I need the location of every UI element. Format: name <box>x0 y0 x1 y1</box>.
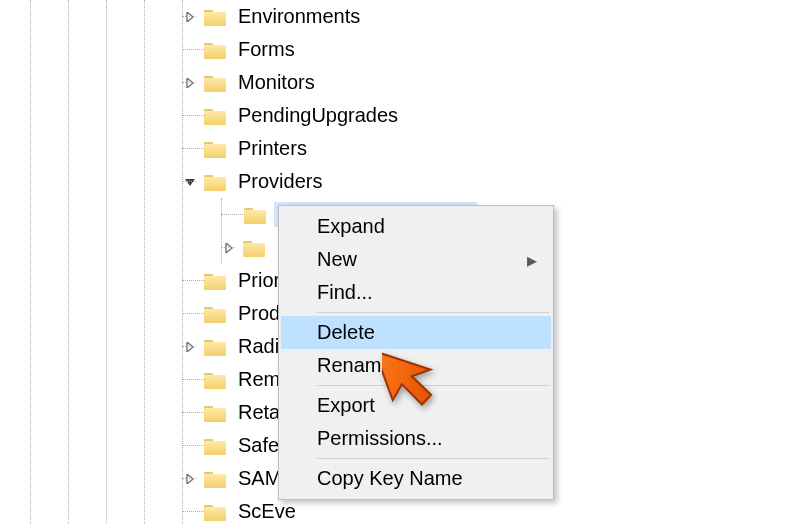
menu-separator <box>317 458 549 459</box>
menu-item-new[interactable]: New▸ <box>281 243 551 276</box>
folder-icon <box>204 305 226 323</box>
menu-separator <box>317 385 549 386</box>
folder-icon <box>204 272 226 290</box>
tree-item-environments[interactable]: Environments <box>0 0 790 33</box>
menu-label: Delete <box>317 321 375 344</box>
tree-label: Printers <box>234 136 311 161</box>
menu-item-export[interactable]: Export <box>281 389 551 422</box>
menu-label: Copy Key Name <box>317 467 463 490</box>
tree-label: ScEve <box>234 499 300 524</box>
folder-icon <box>204 371 226 389</box>
menu-item-expand[interactable]: Expand <box>281 210 551 243</box>
tree-item-providers[interactable]: Providers <box>0 165 790 198</box>
tree-label: Providers <box>234 169 326 194</box>
folder-icon <box>204 437 226 455</box>
submenu-arrow-icon: ▸ <box>527 248 537 272</box>
menu-item-find[interactable]: Find... <box>281 276 551 309</box>
menu-item-copy-key-name[interactable]: Copy Key Name <box>281 462 551 495</box>
folder-icon <box>243 239 265 257</box>
menu-label: Find... <box>317 281 373 304</box>
tree-item-pendingupgrades[interactable]: PendingUpgrades <box>0 99 790 132</box>
folder-icon <box>204 404 226 422</box>
tree-label: PendingUpgrades <box>234 103 402 128</box>
menu-label: Expand <box>317 215 385 238</box>
tree-label: Monitors <box>234 70 319 95</box>
tree-item-monitors[interactable]: Monitors <box>0 66 790 99</box>
tree-label: Environments <box>234 4 364 29</box>
folder-icon <box>244 206 266 224</box>
folder-icon <box>204 8 226 26</box>
folder-icon <box>204 470 226 488</box>
menu-item-permissions[interactable]: Permissions... <box>281 422 551 455</box>
folder-icon <box>204 503 226 521</box>
folder-icon <box>204 173 226 191</box>
folder-icon <box>204 338 226 356</box>
menu-separator <box>317 312 549 313</box>
folder-icon <box>204 41 226 59</box>
menu-label: Export <box>317 394 375 417</box>
folder-icon <box>204 74 226 92</box>
menu-item-delete[interactable]: Delete <box>281 316 551 349</box>
folder-icon <box>204 140 226 158</box>
tree-item-printers[interactable]: Printers <box>0 132 790 165</box>
menu-item-rename[interactable]: Rename <box>281 349 551 382</box>
context-menu: Expand New▸ Find... Delete Rename Export… <box>278 205 554 500</box>
menu-label: New <box>317 248 357 271</box>
tree-item-forms[interactable]: Forms <box>0 33 790 66</box>
menu-label: Rename <box>317 354 393 377</box>
menu-label: Permissions... <box>317 427 443 450</box>
folder-icon <box>204 107 226 125</box>
tree-label: Forms <box>234 37 299 62</box>
